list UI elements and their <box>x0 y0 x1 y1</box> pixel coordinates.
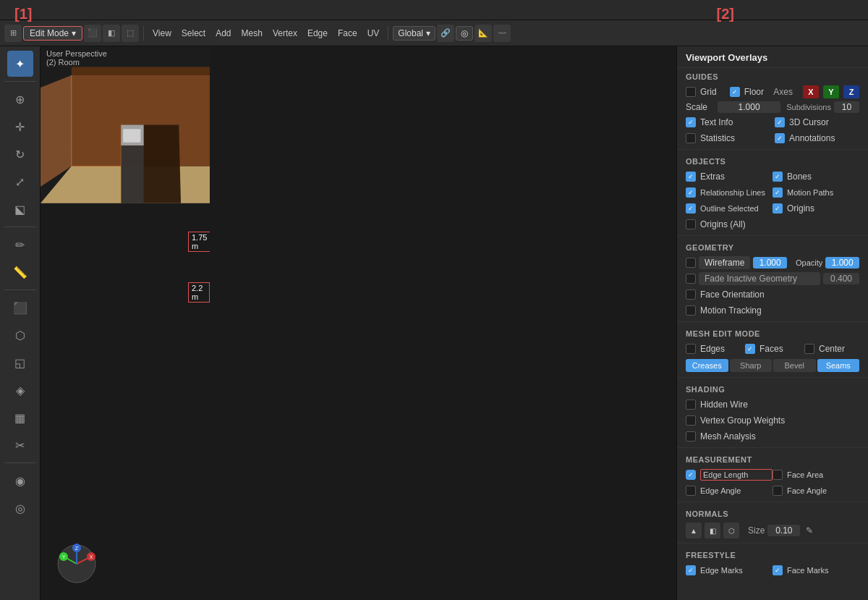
bevel-tool[interactable]: ◈ <box>7 377 33 403</box>
fade-btn[interactable]: Fade Inactive Geometry <box>699 272 820 285</box>
cube-add[interactable]: ⬛ <box>7 295 33 321</box>
viewport: Y User Perspective (2) Room 7.73 m 1.75 … <box>41 46 210 600</box>
menu-select[interactable]: Select <box>177 27 210 40</box>
mesh-analysis-label: Mesh Analysis <box>700 431 859 441</box>
divider-7 <box>677 543 868 544</box>
seams-btn[interactable]: Seams <box>817 359 860 372</box>
vertex-group-label: Vertex Group Weights <box>700 415 859 426</box>
normal-vertex-btn[interactable]: ▲ <box>686 523 702 538</box>
menu-view[interactable]: View <box>148 27 176 40</box>
outline-label: Outline Selected <box>700 204 773 213</box>
origins-all-checkbox[interactable] <box>686 219 696 229</box>
normal-face-btn[interactable]: ◧ <box>705 523 720 538</box>
toolbar-icon-3[interactable]: ⬚ <box>122 25 139 42</box>
face-angle-checkbox[interactable] <box>773 486 783 496</box>
face-area-checkbox[interactable] <box>773 470 783 480</box>
center-checkbox[interactable] <box>804 344 814 354</box>
edit-mode-dropdown[interactable]: Edit Mode ▾ <box>23 26 82 41</box>
menu-vertex[interactable]: Vertex <box>268 27 302 40</box>
measure-icon[interactable]: 📐 <box>475 25 492 42</box>
face-marks-checkbox[interactable] <box>773 565 783 575</box>
right-panel: Viewport Overlays Guides Grid Floor Axes… <box>676 46 868 600</box>
bones-label: Bones <box>787 172 859 182</box>
hidden-wire-checkbox[interactable] <box>686 400 696 410</box>
outline-checkbox[interactable] <box>686 203 696 214</box>
extras-checkbox[interactable] <box>686 172 696 182</box>
opacity-value[interactable]: 1.000 <box>825 257 859 269</box>
smooth-tool[interactable]: ◉ <box>7 468 33 494</box>
menu-face[interactable]: Face <box>333 27 362 40</box>
bevel-btn[interactable]: Bevel <box>773 359 816 372</box>
mesh-analysis-checkbox[interactable] <box>686 431 696 441</box>
text-info-checkbox[interactable] <box>686 117 696 127</box>
subdiv-field[interactable]: 10 <box>834 101 859 113</box>
scale-tool[interactable]: ⤢ <box>7 169 33 195</box>
measure-22-left: 2.2 m <box>188 282 210 303</box>
edge-length-checkbox[interactable] <box>686 470 696 480</box>
annotations-checkbox[interactable] <box>775 133 785 143</box>
menu-mesh[interactable]: Mesh <box>237 27 267 40</box>
divider-1 <box>677 149 868 150</box>
fade-checkbox[interactable] <box>686 274 696 284</box>
bones-checkbox[interactable] <box>773 172 783 182</box>
rotate-tool[interactable]: ↻ <box>7 141 33 167</box>
face-orient-checkbox[interactable] <box>686 290 696 300</box>
proportional-btn[interactable]: ◎ <box>456 26 473 41</box>
faces-checkbox[interactable] <box>745 344 755 354</box>
size-label: Size <box>748 525 765 536</box>
statistics-checkbox[interactable] <box>686 133 696 143</box>
objects-row-3: Outline Selected Origins <box>677 200 868 216</box>
move-tool[interactable]: ✛ <box>7 114 33 140</box>
origins-label: Origins <box>787 203 859 214</box>
cursor-3d-checkbox[interactable] <box>775 117 785 127</box>
motion-track-checkbox[interactable] <box>686 305 696 316</box>
axis-y-btn[interactable]: Y <box>823 85 839 98</box>
creases-btn[interactable]: Creases <box>686 359 728 372</box>
snap-btn[interactable]: 🔗 <box>437 25 454 42</box>
size-edit-icon[interactable]: ✎ <box>806 525 813 536</box>
wireframe-checkbox[interactable] <box>686 258 696 268</box>
relax-tool[interactable]: ◎ <box>7 495 33 521</box>
extrude-tool[interactable]: ⬡ <box>7 322 33 348</box>
nav-gizmo[interactable]: X Y Z <box>55 542 98 586</box>
select-tool[interactable]: ✦ <box>7 51 33 77</box>
fade-value[interactable]: 0.400 <box>823 273 859 284</box>
sharp-btn[interactable]: Sharp <box>730 359 773 372</box>
dropdown-arrow: ▾ <box>72 28 76 38</box>
wave-icon[interactable]: 〰 <box>493 25 511 42</box>
scale-field[interactable]: 1.000 <box>718 101 780 113</box>
axis-z-btn[interactable]: Z <box>843 85 859 98</box>
menu-edge[interactable]: Edge <box>303 27 332 40</box>
menu-uv[interactable]: UV <box>363 27 384 40</box>
svg-text:X: X <box>90 554 93 559</box>
transform-tool[interactable]: ⬕ <box>7 196 33 222</box>
svg-marker-18 <box>72 67 210 75</box>
inset-tool[interactable]: ◱ <box>7 350 33 376</box>
divider-3 <box>677 321 868 322</box>
toolbar-icon-1[interactable]: ⬛ <box>84 25 101 42</box>
rel-lines-checkbox[interactable] <box>686 187 696 198</box>
vertex-group-checkbox[interactable] <box>686 415 696 426</box>
menu-add[interactable]: Add <box>211 27 235 40</box>
toolbar-icon-2[interactable]: ◧ <box>103 25 120 42</box>
motion-paths-checkbox[interactable] <box>773 187 783 198</box>
edge-marks-checkbox[interactable] <box>686 565 696 575</box>
axis-x-btn[interactable]: X <box>803 85 819 98</box>
knife-tool[interactable]: ✂ <box>7 432 33 458</box>
loop-cut[interactable]: ▦ <box>7 405 33 431</box>
normal-both-btn[interactable]: ⬡ <box>723 523 739 538</box>
size-field[interactable]: 0.10 <box>767 525 800 536</box>
viewport-perspective: User Perspective (2) Room <box>46 49 107 67</box>
transform-dropdown[interactable]: Global ▾ <box>393 26 435 41</box>
edge-angle-checkbox[interactable] <box>686 486 696 496</box>
grid-checkbox[interactable] <box>686 87 696 97</box>
tool-sep-3 <box>4 290 36 290</box>
edges-checkbox[interactable] <box>686 344 696 354</box>
annotate-tool[interactable]: ✏ <box>7 232 33 258</box>
cursor-tool[interactable]: ⊕ <box>7 86 33 112</box>
origins-checkbox[interactable] <box>773 203 783 214</box>
measure-tool[interactable]: 📏 <box>7 259 33 285</box>
wireframe-value[interactable]: 1.000 <box>753 257 787 269</box>
wireframe-btn[interactable]: Wireframe <box>699 256 750 269</box>
floor-checkbox[interactable] <box>730 87 740 97</box>
